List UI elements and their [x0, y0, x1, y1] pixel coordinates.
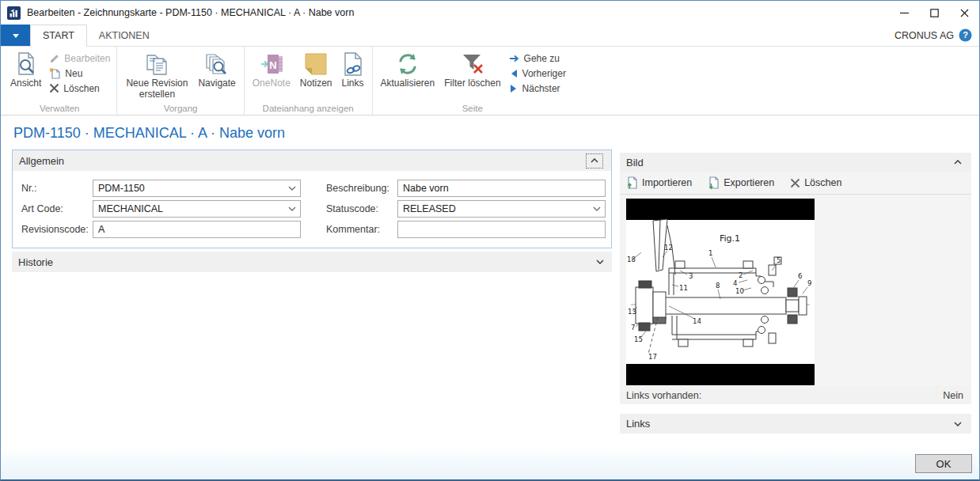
chevron-down-icon — [954, 422, 962, 426]
fasttab-allgemein-label: Allgemein — [19, 155, 64, 167]
callout-1: 1 — [708, 249, 712, 257]
neue-revision-button[interactable]: Neue Revision erstellen — [120, 49, 193, 102]
ansicht-button[interactable]: Ansicht — [6, 49, 46, 91]
fasttab-allgemein: Allgemein Nr.: Art Code: — [12, 150, 612, 248]
svg-text:N: N — [269, 59, 276, 71]
importieren-button[interactable]: Importieren — [626, 176, 692, 189]
view-document-icon — [14, 51, 38, 77]
factbox-links-label: Links — [626, 418, 650, 430]
statuscode-combobox[interactable] — [397, 200, 606, 218]
kommentar-field[interactable] — [397, 221, 606, 238]
ribbon-group-dateianhang: N OneNote Notizen — [244, 47, 372, 115]
figure-label: Fig.1 — [720, 233, 740, 244]
chevron-down-icon — [596, 259, 604, 264]
chevron-down-icon — [288, 186, 296, 191]
callout-14: 14 — [693, 317, 701, 325]
page-title: PDM-1150 · MECHANICAL · A · Nabe vorn — [13, 125, 285, 142]
vorheriger-button[interactable]: Vorheriger — [506, 66, 569, 81]
export-document-icon — [708, 176, 720, 189]
navigate-button[interactable]: Navigate — [193, 49, 240, 91]
chevron-down-icon — [288, 206, 296, 211]
next-arrow-icon — [509, 84, 518, 93]
exportieren-button[interactable]: Exportieren — [708, 176, 774, 189]
fasttab-allgemein-header[interactable]: Allgemein — [13, 150, 611, 171]
sticky-note-icon — [304, 51, 328, 77]
fasttab-historie[interactable]: Historie — [12, 252, 612, 272]
technical-drawing: Fig.1 1 2 3 4 5 6 7 8 9 10 11 12 13 — [626, 199, 815, 385]
onenote-icon: N — [259, 51, 284, 77]
window-title: Bearbeiten - Zeichnungskarte - PDM-1150 … — [27, 7, 354, 18]
art-code-dropdown-button[interactable] — [284, 201, 300, 217]
kommentar-label: Kommentar: — [326, 224, 397, 235]
minimize-button[interactable] — [889, 1, 919, 25]
beschreibung-label: Beschreibung: — [326, 183, 397, 194]
company-name: CRONUS AG — [895, 30, 954, 41]
gehe-zu-button[interactable]: Gehe zu — [506, 51, 569, 66]
callout-5: 5 — [777, 256, 781, 264]
callout-6: 6 — [798, 272, 802, 280]
naechster-button[interactable]: Nächster — [506, 81, 569, 96]
callout-7: 7 — [631, 324, 635, 331]
neu-button[interactable]: Neu — [46, 66, 113, 81]
bearbeiten-button[interactable]: Bearbeiten — [46, 51, 113, 66]
statuscode-label: Statuscode: — [326, 203, 397, 214]
ribbon-tab-row: START AKTIONEN CRONUS AG ? — [1, 25, 979, 47]
app-logo-icon — [7, 6, 21, 20]
statuscode-dropdown-button[interactable] — [589, 201, 605, 217]
collapse-allgemein-button[interactable] — [586, 153, 603, 169]
notizen-button[interactable]: Notizen — [295, 49, 337, 91]
ribbon: Ansicht Bearbeiten Neu — [1, 47, 979, 116]
group-label-verwalten: Verwalten — [2, 104, 116, 113]
links-vorhanden-row: Links vorhanden: Nein — [620, 386, 971, 404]
application-menu-button[interactable] — [1, 25, 30, 46]
factbox-links[interactable]: Links — [620, 414, 971, 434]
title-bar: Bearbeiten - Zeichnungskarte - PDM-1150 … — [1, 1, 979, 25]
callout-13: 13 — [628, 308, 636, 316]
links-vorhanden-label: Links vorhanden: — [626, 390, 701, 401]
help-icon[interactable]: ? — [959, 28, 972, 42]
close-button[interactable] — [949, 1, 979, 25]
nr-dropdown-button[interactable] — [284, 180, 300, 196]
tab-aktionen[interactable]: AKTIONEN — [87, 25, 161, 46]
chevron-up-icon — [954, 160, 962, 165]
nr-combobox[interactable] — [93, 180, 301, 197]
ribbon-group-verwalten: Ansicht Bearbeiten Neu — [2, 47, 116, 115]
filter-loeschen-button[interactable]: Filter löschen — [439, 49, 505, 91]
document-link-icon — [342, 51, 364, 77]
links-button[interactable]: Links — [337, 49, 369, 91]
bild-loeschen-button[interactable]: Löschen — [790, 177, 841, 188]
page-content: PDM-1150 · MECHANICAL · A · Nabe vorn Al… — [1, 116, 979, 480]
revisionscode-label: Revisionscode: — [21, 224, 93, 235]
maximize-icon — [930, 9, 939, 17]
group-label-dateianhang: Dateianhang anzeigen — [245, 104, 372, 113]
loeschen-button[interactable]: Löschen — [46, 81, 113, 96]
callout-10: 10 — [735, 287, 744, 295]
ok-button[interactable]: OK — [915, 454, 972, 473]
beschreibung-field[interactable] — [397, 180, 606, 197]
refresh-icon — [396, 51, 420, 77]
app-window: Bearbeiten - Zeichnungskarte - PDM-1150 … — [0, 0, 980, 481]
bild-toolbar: Importieren Exportieren Löschen — [620, 172, 971, 195]
previous-arrow-icon — [509, 69, 518, 78]
callout-12: 12 — [664, 244, 673, 252]
drawing-picture: Fig.1 1 2 3 4 5 6 7 8 9 10 11 12 13 — [626, 199, 815, 385]
factbox-bild-header[interactable]: Bild — [620, 153, 971, 172]
callout-17: 17 — [648, 353, 657, 361]
tab-start[interactable]: START — [30, 25, 87, 47]
delete-x-icon — [790, 178, 800, 188]
art-code-combobox[interactable] — [93, 200, 301, 218]
footer-strip — [1, 445, 979, 480]
callout-4: 4 — [733, 279, 737, 287]
factbox-bild: Bild Importieren — [620, 153, 971, 404]
callout-18: 18 — [627, 256, 636, 263]
nr-label: Nr.: — [21, 183, 93, 194]
onenote-button[interactable]: N OneNote — [248, 49, 295, 91]
maximize-button[interactable] — [919, 1, 949, 25]
dropdown-triangle-icon — [13, 34, 19, 41]
revisionscode-field[interactable] — [93, 221, 301, 238]
ribbon-group-vorgang: Neue Revision erstellen Navigate — [116, 47, 243, 115]
callout-11: 11 — [679, 284, 688, 292]
factbox-bild-label: Bild — [626, 157, 644, 169]
aktualisieren-button[interactable]: Aktualisieren — [376, 49, 440, 91]
chevron-up-icon — [591, 158, 598, 163]
